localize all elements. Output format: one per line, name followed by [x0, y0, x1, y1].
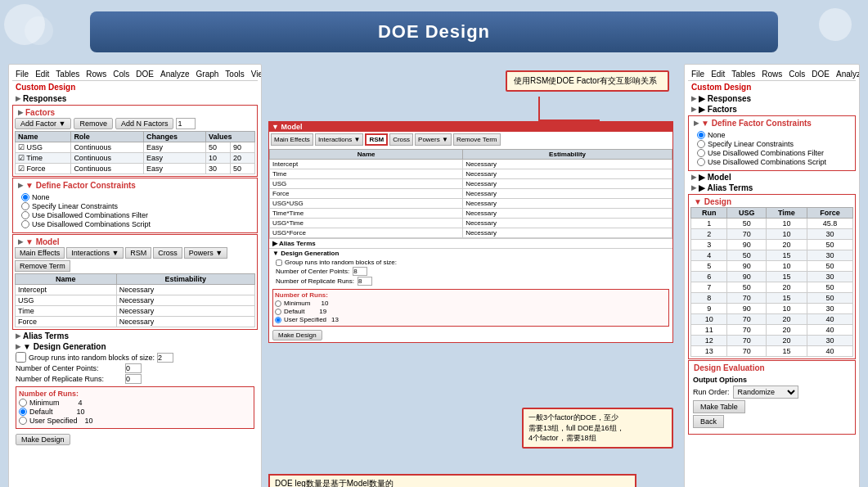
table-row: USGNecessary — [270, 179, 672, 189]
back-btn[interactable]: Back — [693, 415, 724, 428]
table-row: TimeNecessary — [270, 169, 672, 179]
add-n-factors-btn[interactable]: Add N Factors — [115, 118, 174, 129]
mini-center-pts-input[interactable] — [353, 267, 367, 276]
mini-alias-terms[interactable]: ▶ Alias Terms — [269, 238, 672, 248]
right-menu-edit[interactable]: Edit — [711, 70, 725, 79]
mini-powers-btn[interactable]: Powers ▼ — [415, 133, 452, 146]
right-menu-file[interactable]: File — [691, 70, 704, 79]
table-row: 5901050 — [691, 261, 853, 272]
n-factors-input[interactable] — [176, 118, 196, 129]
left-alias-section[interactable]: Alias Terms — [12, 331, 258, 341]
leg-annotation-text: DOE leg数量是基于Model数量的 — [275, 479, 394, 487]
table-row: 7502050 — [691, 282, 853, 293]
constraints-group: None Specify Linear Constraints Use Disa… — [15, 191, 255, 231]
runs-annotation-text: 一般3个factor的DOE，至少需要13组，full DOE是16组，4个fa… — [528, 413, 624, 442]
cross-btn[interactable]: Cross — [153, 247, 182, 259]
make-design-btn[interactable]: Make Design — [16, 434, 70, 445]
left-model-section[interactable]: ▼ Model — [15, 237, 255, 247]
middle-panel: 使用RSM使DOE Factor有交互影响关系 ▼ Model Main Eff… — [268, 64, 677, 487]
col-changes: Changes — [144, 132, 206, 142]
right-model-section[interactable]: ▶ Model — [688, 172, 856, 183]
replicate-runs-row: Number of Replicate Runs: — [16, 374, 254, 384]
table-row: InterceptNecessary — [270, 160, 672, 169]
mini-design-gen[interactable]: ▼ Design Generation — [269, 248, 672, 258]
mini-replicate-runs-input[interactable] — [358, 277, 372, 286]
right-design-header[interactable]: ▼ Design — [690, 196, 853, 207]
table-row: 6901530 — [691, 272, 853, 282]
menu-rows[interactable]: Rows — [86, 70, 106, 79]
col-time: Time — [767, 208, 807, 219]
rsm-btn[interactable]: RSM — [125, 247, 151, 259]
table-row: Time*TimeNecessary — [270, 209, 672, 219]
col-values: Values — [206, 132, 255, 142]
table-row: 4501530 — [691, 250, 853, 261]
mini-rsm-btn[interactable]: RSM — [365, 133, 388, 146]
mini-center-pts: Number of Center Points: — [276, 267, 666, 276]
table-row: 3902050 — [691, 240, 853, 250]
col-run: Run — [691, 208, 727, 219]
table-row: 1501045.8 — [691, 219, 853, 229]
table-row: ☑ Time Continuous Easy 10 20 — [16, 153, 255, 164]
menu-tools[interactable]: Tools — [225, 70, 244, 79]
right-constraints-section[interactable]: ▼ Define Factor Constraints — [690, 118, 853, 129]
menu-tables[interactable]: Tables — [56, 70, 79, 79]
right-responses-section[interactable]: ▶ Responses — [688, 93, 856, 104]
left-design-gen-section[interactable]: ▼ Design Generation — [12, 341, 258, 352]
menu-cols[interactable]: Cols — [113, 70, 129, 79]
group-runs-checkbox: Group runs into random blocks of size: — [16, 352, 254, 363]
interactions-btn[interactable]: Interactions ▼ — [66, 247, 124, 259]
mini-remove-term-btn[interactable]: Remove Term — [453, 133, 501, 146]
remove-term-btn[interactable]: Remove Term — [15, 260, 70, 272]
mini-cross-btn[interactable]: Cross — [389, 133, 413, 146]
right-menu-rows[interactable]: Rows — [762, 70, 782, 79]
remove-btn[interactable]: Remove — [74, 118, 113, 129]
page-title: DOE Design — [90, 11, 778, 52]
make-table-btn[interactable]: Make Table — [693, 400, 745, 413]
design-table: Run USG Time Force 1501045.8 2701030 390… — [690, 207, 853, 357]
table-row: 10702040 — [691, 314, 853, 325]
block-size-input[interactable] — [157, 353, 173, 363]
menu-view[interactable]: View — [251, 70, 262, 79]
menu-analyze[interactable]: Analyze — [160, 70, 190, 79]
mini-model-panel: ▼ Model Main Effects Interactions ▼ RSM … — [268, 121, 673, 343]
right-panel: File Edit Tables Rows Cols DOE Analyze C… — [684, 64, 860, 487]
right-menu-doe[interactable]: DOE — [812, 70, 830, 79]
mini-make-design-btn[interactable]: Make Design — [272, 330, 322, 340]
left-responses-section[interactable]: Responses — [12, 93, 258, 104]
menu-doe[interactable]: DOE — [136, 70, 154, 79]
right-menu-tables[interactable]: Tables — [731, 70, 755, 79]
model-toolbar: Main Effects Interactions ▼ RSM Cross Po… — [15, 247, 255, 272]
replicate-runs-input[interactable] — [125, 374, 142, 384]
center-points-row: Number of Center Points: — [16, 363, 254, 373]
mini-interactions-btn[interactable]: Interactions ▼ — [315, 133, 364, 146]
menu-graph[interactable]: Graph — [196, 70, 219, 79]
center-points-input[interactable] — [125, 363, 142, 373]
left-factors-section[interactable]: Factors — [15, 107, 255, 118]
run-order-label: Run Order: — [693, 388, 730, 396]
table-row: 11702040 — [691, 325, 853, 336]
table-row: USG*TimeNecessary — [270, 219, 672, 228]
runs-annotation-box: 一般3个factor的DOE，至少需要13组，full DOE是16组，4个fa… — [522, 408, 673, 449]
col-role: Role — [71, 132, 144, 142]
table-row: InterceptNecessary — [16, 285, 255, 295]
menu-edit[interactable]: Edit — [35, 70, 49, 79]
right-menu-cols[interactable]: Cols — [789, 70, 805, 79]
mini-model-toolbar: Main Effects Interactions ▼ RSM Cross Po… — [269, 132, 672, 147]
design-evaluation-header[interactable]: Design Evaluation — [690, 363, 853, 373]
right-custom-design-header: Custom Design — [688, 81, 856, 93]
mini-model-header: ▼ Model — [269, 122, 672, 132]
add-factor-btn[interactable]: Add Factor ▼ — [15, 118, 71, 129]
powers-btn[interactable]: Powers ▼ — [184, 247, 227, 259]
mini-runs-section: Number of Runs: Minimum10 Default19 User… — [272, 289, 669, 327]
right-alias-section[interactable]: ▶ Alias Terms — [688, 183, 856, 193]
table-row: ☑ USG Continuous Easy 50 90 — [16, 142, 255, 153]
mini-main-effects-btn[interactable]: Main Effects — [271, 133, 313, 146]
rsm-annotation-box: 使用RSM使DOE Factor有交互影响关系 — [506, 70, 669, 92]
run-order-select[interactable]: Randomize Sequential Keep Current — [733, 386, 798, 399]
right-menu-analyze[interactable]: Analyze — [836, 70, 860, 79]
left-constraints-section[interactable]: ▼ Define Factor Constraints — [15, 180, 255, 191]
right-factors-section[interactable]: ▶ Factors — [688, 104, 856, 115]
menu-file[interactable]: File — [16, 70, 29, 79]
table-row: ForceNecessary — [270, 189, 672, 199]
main-effects-btn[interactable]: Main Effects — [15, 247, 65, 259]
